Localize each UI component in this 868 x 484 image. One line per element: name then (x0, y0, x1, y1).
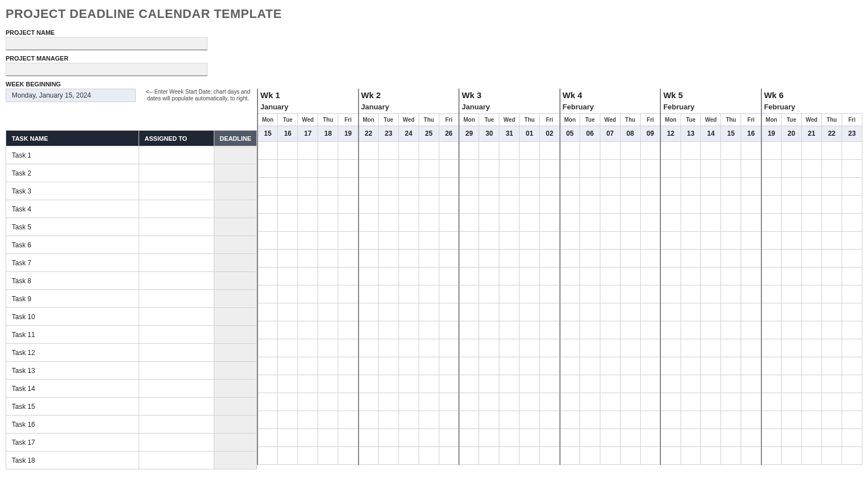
calendar-cell[interactable] (761, 375, 782, 393)
calendar-cell[interactable] (741, 411, 761, 428)
calendar-cell[interactable] (540, 411, 560, 428)
calendar-cell[interactable] (761, 267, 782, 285)
calendar-cell[interactable] (520, 321, 540, 339)
calendar-cell[interactable] (620, 321, 640, 339)
calendar-cell[interactable] (741, 357, 761, 375)
calendar-cell[interactable] (681, 321, 701, 339)
calendar-cell[interactable] (479, 446, 499, 464)
calendar-cell[interactable] (318, 267, 338, 285)
calendar-cell[interactable] (258, 249, 278, 267)
calendar-cell[interactable] (378, 303, 398, 321)
calendar-cell[interactable] (782, 428, 802, 446)
calendar-cell[interactable] (479, 249, 499, 267)
calendar-cell[interactable] (439, 411, 459, 428)
calendar-cell[interactable] (600, 213, 620, 231)
calendar-cell[interactable] (681, 303, 701, 321)
calendar-cell[interactable] (459, 411, 479, 428)
task-name-cell[interactable]: Task 18 (6, 451, 139, 469)
calendar-cell[interactable] (398, 375, 419, 393)
calendar-cell[interactable] (398, 285, 419, 303)
calendar-cell[interactable] (660, 357, 681, 375)
calendar-cell[interactable] (761, 285, 782, 303)
calendar-cell[interactable] (701, 177, 721, 195)
calendar-cell[interactable] (499, 141, 520, 159)
calendar-cell[interactable] (640, 393, 660, 411)
calendar-cell[interactable] (721, 446, 741, 464)
calendar-cell[interactable] (398, 249, 419, 267)
calendar-cell[interactable] (338, 159, 359, 177)
calendar-cell[interactable] (580, 303, 600, 321)
calendar-cell[interactable] (459, 393, 479, 411)
deadline-cell[interactable] (214, 451, 257, 469)
calendar-cell[interactable] (540, 393, 560, 411)
calendar-cell[interactable] (741, 339, 761, 357)
calendar-cell[interactable] (499, 339, 520, 357)
calendar-cell[interactable] (459, 375, 479, 393)
calendar-cell[interactable] (318, 249, 338, 267)
calendar-cell[interactable] (701, 411, 721, 428)
calendar-cell[interactable] (620, 303, 640, 321)
calendar-cell[interactable] (701, 195, 721, 213)
calendar-cell[interactable] (821, 285, 842, 303)
calendar-cell[interactable] (761, 411, 782, 428)
calendar-cell[interactable] (761, 213, 782, 231)
calendar-cell[interactable] (278, 339, 298, 357)
calendar-cell[interactable] (620, 375, 640, 393)
calendar-cell[interactable] (580, 141, 600, 159)
task-name-cell[interactable]: Task 16 (6, 416, 139, 434)
assigned-to-cell[interactable] (139, 398, 214, 416)
calendar-cell[interactable] (842, 411, 862, 428)
calendar-cell[interactable] (359, 375, 379, 393)
calendar-cell[interactable] (560, 321, 580, 339)
calendar-cell[interactable] (359, 141, 379, 159)
calendar-cell[interactable] (801, 446, 821, 464)
calendar-cell[interactable] (721, 213, 741, 231)
calendar-cell[interactable] (782, 177, 802, 195)
calendar-cell[interactable] (338, 249, 359, 267)
calendar-cell[interactable] (741, 285, 761, 303)
calendar-cell[interactable] (459, 195, 479, 213)
calendar-cell[interactable] (681, 428, 701, 446)
calendar-cell[interactable] (479, 141, 499, 159)
calendar-cell[interactable] (338, 303, 359, 321)
calendar-cell[interactable] (338, 339, 359, 357)
calendar-cell[interactable] (540, 141, 560, 159)
calendar-cell[interactable] (439, 428, 459, 446)
calendar-cell[interactable] (640, 159, 660, 177)
calendar-cell[interactable] (278, 231, 298, 249)
calendar-cell[interactable] (540, 375, 560, 393)
calendar-cell[interactable] (439, 195, 459, 213)
assigned-to-cell[interactable] (139, 451, 214, 469)
calendar-cell[interactable] (540, 267, 560, 285)
calendar-cell[interactable] (560, 428, 580, 446)
calendar-cell[interactable] (842, 249, 862, 267)
calendar-cell[interactable] (761, 357, 782, 375)
calendar-cell[interactable] (359, 303, 379, 321)
calendar-cell[interactable] (439, 357, 459, 375)
calendar-cell[interactable] (378, 357, 398, 375)
calendar-cell[interactable] (540, 177, 560, 195)
calendar-cell[interactable] (821, 231, 842, 249)
calendar-cell[interactable] (560, 446, 580, 464)
calendar-cell[interactable] (560, 213, 580, 231)
calendar-cell[interactable] (842, 231, 862, 249)
calendar-cell[interactable] (801, 428, 821, 446)
calendar-cell[interactable] (540, 357, 560, 375)
calendar-cell[interactable] (338, 321, 359, 339)
calendar-cell[interactable] (821, 213, 842, 231)
calendar-cell[interactable] (580, 357, 600, 375)
calendar-cell[interactable] (842, 141, 862, 159)
calendar-cell[interactable] (660, 303, 681, 321)
calendar-cell[interactable] (398, 195, 419, 213)
calendar-cell[interactable] (439, 393, 459, 411)
calendar-cell[interactable] (580, 285, 600, 303)
calendar-cell[interactable] (640, 195, 660, 213)
calendar-cell[interactable] (580, 159, 600, 177)
calendar-cell[interactable] (520, 249, 540, 267)
calendar-cell[interactable] (681, 375, 701, 393)
calendar-cell[interactable] (801, 195, 821, 213)
calendar-cell[interactable] (640, 339, 660, 357)
calendar-cell[interactable] (620, 393, 640, 411)
calendar-cell[interactable] (338, 177, 359, 195)
calendar-cell[interactable] (278, 159, 298, 177)
